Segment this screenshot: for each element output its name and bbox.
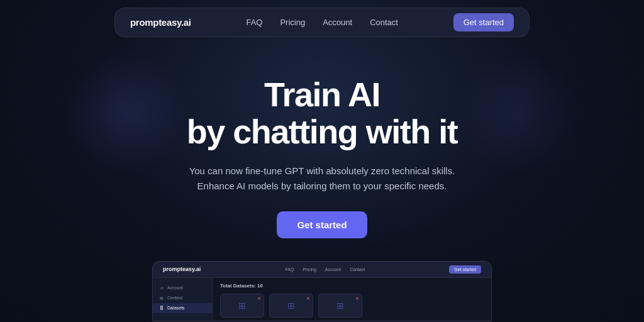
card-icon-2: ⊞ <box>287 301 295 311</box>
nav-link-faq[interactable]: FAQ <box>246 18 262 27</box>
card-icon-3: ⊞ <box>336 301 344 311</box>
sidebar-item-datasets[interactable]: 🗄 Datasets <box>153 303 212 313</box>
card-close-2[interactable]: ✕ <box>306 296 310 301</box>
datasets-icon: 🗄 <box>159 306 164 311</box>
preview-nav-contact: Contact <box>350 267 365 272</box>
sidebar-item-label-context: Context <box>167 296 182 300</box>
preview-sidebar: ⊙ Account ▤ Context 🗄 Datasets <box>153 278 213 321</box>
preview-main-title: Total Datasets: 10 <box>220 283 484 289</box>
preview-nav-account: Account <box>325 267 341 272</box>
preview-main: Total Datasets: 10 ✕ ⊞ ✕ ⊞ ✕ ⊞ <box>213 278 491 321</box>
context-icon: ▤ <box>159 296 164 301</box>
sidebar-item-label-datasets: Datasets <box>167 306 185 310</box>
account-icon: ⊙ <box>159 286 164 291</box>
nav-link-pricing[interactable]: Pricing <box>280 18 305 27</box>
sidebar-item-account[interactable]: ⊙ Account <box>153 283 212 293</box>
card-close-1[interactable]: ✕ <box>257 296 261 301</box>
preview-cards: ✕ ⊞ ✕ ⊞ ✕ ⊞ <box>220 294 484 318</box>
preview-window: prompteasy.ai FAQ Pricing Account Contac… <box>152 261 492 321</box>
hero-subtitle: You can now fine-tune GPT with absolutel… <box>0 164 644 194</box>
hero-subtitle-line2: Enhance AI models by tailoring them to y… <box>197 180 447 191</box>
nav-link-contact[interactable]: Contact <box>370 18 398 27</box>
preview-card-1: ✕ ⊞ <box>220 294 264 318</box>
navbar-links: FAQ Pricing Account Contact <box>246 18 398 27</box>
navbar: prompteasy.ai FAQ Pricing Account Contac… <box>114 8 530 37</box>
preview-navbar: prompteasy.ai FAQ Pricing Account Contac… <box>153 262 491 278</box>
hero-title-line1: Train AI <box>264 75 380 113</box>
hero-subtitle-line1: You can now fine-tune GPT with absolutel… <box>189 165 455 176</box>
hero-title-line2: by chatting with it <box>187 113 457 150</box>
hero-section: Train AI by chatting with it You can now… <box>0 45 644 238</box>
hero-cta-button[interactable]: Get started <box>277 211 367 238</box>
navbar-logo: prompteasy.ai <box>130 17 191 28</box>
preview-card-2: ✕ ⊞ <box>269 294 313 318</box>
card-icon-1: ⊞ <box>238 301 246 311</box>
preview-logo: prompteasy.ai <box>163 266 201 272</box>
card-close-3[interactable]: ✕ <box>355 296 359 301</box>
nav-link-account[interactable]: Account <box>323 18 352 27</box>
preview-nav-faq: FAQ <box>285 267 294 272</box>
sidebar-item-label-account: Account <box>167 286 183 290</box>
preview-nav-pricing: Pricing <box>303 267 316 272</box>
preview-content: ⊙ Account ▤ Context 🗄 Datasets Total Dat… <box>153 278 491 321</box>
preview-card-3: ✕ ⊞ <box>318 294 362 318</box>
navbar-cta-button[interactable]: Get started <box>453 13 514 31</box>
preview-nav-links: FAQ Pricing Account Contact <box>285 267 365 272</box>
preview-container: prompteasy.ai FAQ Pricing Account Contac… <box>0 261 644 321</box>
hero-title: Train AI by chatting with it <box>0 76 644 151</box>
sidebar-item-context[interactable]: ▤ Context <box>153 293 212 303</box>
preview-cta-button[interactable]: Get started <box>449 265 481 274</box>
